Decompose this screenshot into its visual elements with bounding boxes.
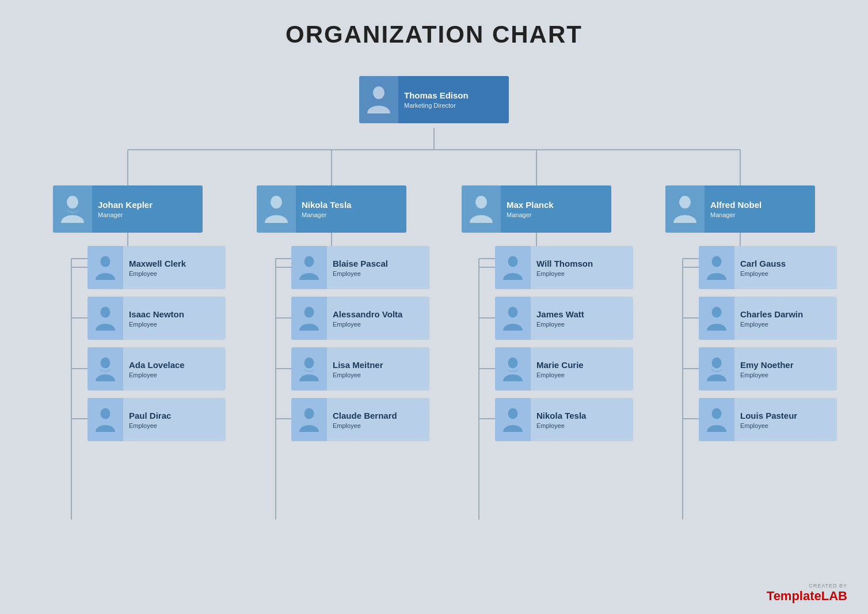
svg-point-41: [101, 357, 111, 368]
svg-point-35: [67, 196, 78, 209]
svg-point-44: [304, 306, 314, 317]
svg-point-39: [101, 256, 111, 267]
manager-card-2[interactable]: Max Planck Manager: [462, 185, 611, 233]
manager-role-0: Manager: [98, 211, 153, 218]
emp-3-2[interactable]: Emy Noether Employee: [699, 347, 837, 391]
emp-3-1[interactable]: Charles Darwin Employee: [699, 297, 837, 340]
watermark: CREATED BY TemplateLAB: [767, 583, 847, 604]
svg-point-40: [101, 306, 111, 317]
manager-name-0: Johan Kepler: [98, 200, 153, 210]
manager-role-1: Manager: [302, 211, 351, 218]
svg-point-50: [508, 408, 518, 419]
emp-name-0-0: Maxwell Clerk: [129, 259, 186, 269]
emp-avatar-0-0: [87, 246, 123, 289]
emp-role-0-0: Employee: [129, 270, 186, 277]
emp-2-0[interactable]: Will Thomson Employee: [495, 246, 633, 289]
svg-point-46: [304, 408, 314, 419]
emp-1-2[interactable]: Lisa Meitner Employee: [291, 347, 429, 391]
emp-1-0[interactable]: Blaise Pascal Employee: [291, 246, 429, 289]
manager-card-1[interactable]: Nikola Tesla Manager: [257, 185, 406, 233]
director-card[interactable]: Thomas Edison Marketing Director: [359, 76, 509, 123]
cards-layer: Thomas Edison Marketing Director Johan K…: [25, 65, 843, 554]
svg-point-45: [304, 357, 314, 368]
emp-3-0[interactable]: Carl Gauss Employee: [699, 246, 837, 289]
director-role: Marketing Director: [404, 102, 469, 109]
svg-point-36: [271, 196, 282, 209]
manager-info-3: Alfred Nobel Manager: [705, 196, 767, 222]
svg-point-48: [508, 306, 518, 317]
director-avatar: [359, 76, 398, 123]
emp-1-3[interactable]: Claude Bernard Employee: [291, 398, 429, 441]
emp-0-0[interactable]: Maxwell Clerk Employee: [87, 246, 226, 289]
manager-name-3: Alfred Nobel: [710, 200, 762, 210]
emp-0-1[interactable]: Isaac Newton Employee: [87, 297, 226, 340]
emp-2-2[interactable]: Marie Curie Employee: [495, 347, 633, 391]
svg-point-51: [712, 256, 722, 267]
manager-name-1: Nikola Tesla: [302, 200, 351, 210]
emp-3-3[interactable]: Louis Pasteur Employee: [699, 398, 837, 441]
emp-2-3[interactable]: Nikola Tesla Employee: [495, 398, 633, 441]
emp-1-1[interactable]: Alessandro Volta Employee: [291, 297, 429, 340]
svg-point-34: [373, 86, 384, 99]
manager-role-3: Manager: [710, 211, 762, 218]
emp-0-3[interactable]: Paul Dirac Employee: [87, 398, 226, 441]
manager-info-0: Johan Kepler Manager: [92, 196, 158, 222]
page-title: ORGANIZATION CHART: [0, 0, 868, 65]
emp-info-0-0: Maxwell Clerk Employee: [123, 255, 192, 281]
director-info: Thomas Edison Marketing Director: [398, 87, 474, 112]
manager-avatar-0: [53, 185, 92, 233]
svg-point-49: [508, 357, 518, 368]
emp-2-1[interactable]: James Watt Employee: [495, 297, 633, 340]
manager-name-2: Max Planck: [507, 200, 554, 210]
manager-card-3[interactable]: Alfred Nobel Manager: [665, 185, 815, 233]
svg-point-54: [712, 408, 722, 419]
emp-0-2[interactable]: Ada Lovelace Employee: [87, 347, 226, 391]
director-name: Thomas Edison: [404, 90, 469, 101]
manager-avatar-2: [462, 185, 501, 233]
svg-point-37: [475, 196, 487, 209]
svg-point-53: [712, 357, 722, 368]
watermark-created-by: CREATED BY: [809, 583, 847, 589]
manager-info-1: Nikola Tesla Manager: [296, 196, 357, 222]
watermark-brand: TemplateLAB: [767, 589, 847, 604]
svg-point-43: [304, 256, 314, 267]
svg-point-38: [679, 196, 691, 209]
manager-card-0[interactable]: Johan Kepler Manager: [53, 185, 203, 233]
svg-point-42: [101, 408, 111, 419]
manager-avatar-3: [665, 185, 705, 233]
manager-role-2: Manager: [507, 211, 554, 218]
manager-avatar-1: [257, 185, 296, 233]
svg-point-52: [712, 306, 722, 317]
manager-info-2: Max Planck Manager: [501, 196, 559, 222]
svg-point-47: [508, 256, 518, 267]
